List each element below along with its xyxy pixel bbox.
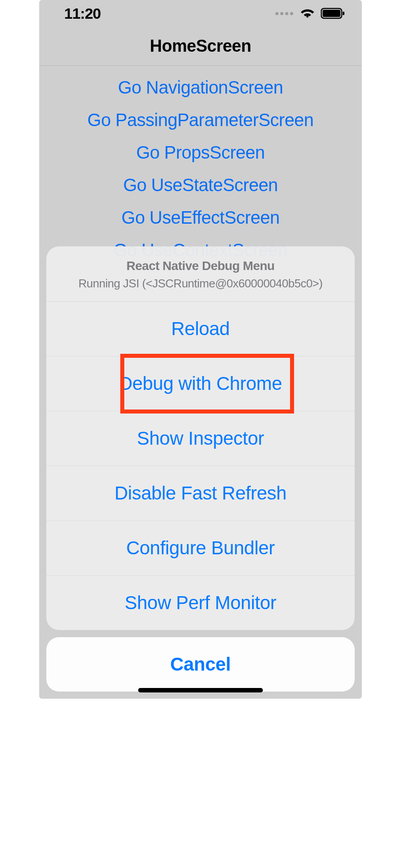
sheet-item-disable-fast-refresh[interactable]: Disable Fast Refresh <box>46 466 355 521</box>
svg-rect-2 <box>343 12 344 15</box>
sheet-item-configure-bundler[interactable]: Configure Bundler <box>46 521 355 576</box>
sheet-item-label: Show Perf Monitor <box>125 592 276 613</box>
status-time: 11:20 <box>64 5 101 22</box>
home-indicator[interactable] <box>138 688 263 692</box>
nav-link-navigation[interactable]: Go NavigationScreen <box>118 71 283 104</box>
nav-link-props[interactable]: Go PropsScreen <box>136 136 265 169</box>
page-title: HomeScreen <box>39 37 362 56</box>
status-icons <box>275 8 346 19</box>
battery-icon <box>321 8 346 19</box>
sheet-item-reload[interactable]: Reload <box>46 302 355 356</box>
status-bar: 11:20 <box>39 0 362 27</box>
sheet-item-label: Configure Bundler <box>126 537 274 558</box>
action-sheet: React Native Debug Menu Running JSI (<JS… <box>46 246 355 630</box>
nav-link-passingparameter[interactable]: Go PassingParameterScreen <box>87 104 314 136</box>
sheet-item-label: Reload <box>171 318 229 339</box>
cellular-icon <box>275 12 293 15</box>
action-sheet-header: React Native Debug Menu Running JSI (<JS… <box>46 246 355 302</box>
cancel-button[interactable]: Cancel <box>46 637 355 692</box>
content: Go NavigationScreen Go PassingParameterS… <box>39 66 362 266</box>
nav-link-useeffect[interactable]: Go UseEffectScreen <box>122 201 280 234</box>
nav-link-usestate[interactable]: Go UseStateScreen <box>123 169 278 201</box>
sheet-item-label: Debug with Chrome <box>119 373 282 394</box>
sheet-item-debug-chrome[interactable]: Debug with Chrome <box>46 356 355 411</box>
sheet-item-show-perf-monitor[interactable]: Show Perf Monitor <box>46 576 355 630</box>
nav-bar: HomeScreen <box>39 27 362 66</box>
action-sheet-container: React Native Debug Menu Running JSI (<JS… <box>39 246 362 699</box>
action-sheet-subtitle: Running JSI (<JSCRuntime@0x60000040b5c0>… <box>55 277 346 291</box>
wifi-icon <box>299 8 315 19</box>
action-sheet-title: React Native Debug Menu <box>55 259 346 273</box>
sheet-item-show-inspector[interactable]: Show Inspector <box>46 411 355 466</box>
svg-rect-1 <box>323 10 340 17</box>
sheet-item-label: Disable Fast Refresh <box>115 483 286 504</box>
cancel-button-label: Cancel <box>170 654 231 675</box>
sheet-item-label: Show Inspector <box>137 428 264 449</box>
